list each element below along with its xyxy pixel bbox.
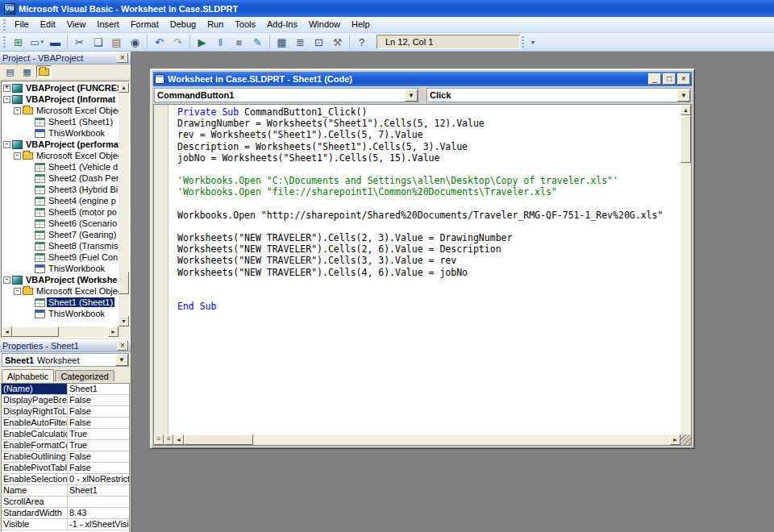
tree-item[interactable]: ThisWorkbook [2, 263, 119, 274]
tree-item-label[interactable]: ThisWorkbook [47, 309, 106, 318]
tree-item[interactable]: Sheet8 (Transmis [2, 240, 119, 251]
code-line[interactable] [177, 289, 680, 301]
property-name[interactable]: EnablePivotTable [2, 463, 68, 473]
code-editor[interactable]: Private Sub CommandButton1_Click()Drawin… [153, 104, 692, 446]
tree-item-label[interactable]: Sheet8 (Transmis [47, 241, 119, 251]
menu-insert[interactable]: Insert [91, 18, 125, 31]
collapse-icon[interactable]: - [14, 107, 21, 114]
tree-horizontal-scrollbar[interactable]: ◄ ► [2, 326, 119, 337]
property-name[interactable]: EnableCalculation [2, 429, 68, 439]
property-row[interactable]: EnableSelection0 - xlNoRestricti [2, 474, 129, 485]
tree-vscroll-thumb[interactable] [119, 272, 129, 294]
code-scroll-right-icon[interactable]: ► [670, 434, 680, 445]
code-line[interactable]: Worksheets("NEW TRAVELER").Cells(2, 6).V… [177, 243, 680, 255]
property-value[interactable]: -1 - xlSheetVisib [68, 519, 129, 530]
code-scroll-up-icon[interactable]: ▲ [680, 105, 691, 115]
project-explorer-button[interactable]: ▦ [273, 34, 291, 51]
tree-item[interactable]: Sheet1 (Vehicle d [2, 161, 119, 172]
tree-item[interactable]: Sheet5 (motor po [2, 206, 119, 218]
code-line[interactable] [177, 278, 680, 289]
tree-item[interactable]: -VBAProject (performa [2, 139, 119, 150]
property-row[interactable]: (Name)Sheet1 [2, 384, 129, 395]
object-dropdown[interactable]: CommandButton1 ▼ [154, 88, 418, 102]
split-handle-icon-2[interactable]: ≡ [164, 434, 173, 445]
code-hscroll-track[interactable] [253, 434, 670, 445]
property-row[interactable]: NameSheet1 [2, 485, 129, 497]
menu-tools[interactable]: Tools [229, 18, 261, 31]
tree-item-label[interactable]: Sheet2 (Dash Per [47, 173, 119, 183]
property-name[interactable]: StandardWidth [2, 508, 68, 518]
property-value[interactable]: Sheet1 [68, 384, 129, 394]
tree-item-label[interactable]: VBAProject (FUNCRES [24, 83, 119, 93]
toolbar-grip-2[interactable] [522, 36, 524, 48]
chevron-down-icon[interactable]: ▼ [115, 354, 128, 366]
scroll-down-icon[interactable]: ▼ [119, 316, 129, 326]
property-row[interactable]: EnableOutliningFalse [2, 451, 129, 463]
property-name[interactable]: (Name) [2, 384, 68, 394]
property-name[interactable]: Name [2, 485, 68, 496]
tree-item-label[interactable]: Microsoft Excel Objec [35, 286, 119, 296]
property-name[interactable]: EnableFormatCon [2, 440, 68, 451]
tree-item-label[interactable]: Sheet7 (Gearing) [47, 230, 118, 239]
resize-grip[interactable] [680, 434, 691, 445]
property-value[interactable]: False [68, 463, 129, 473]
property-row[interactable]: EnableFormatConTrue [2, 440, 129, 451]
collapse-icon[interactable]: - [3, 141, 10, 148]
tab-categorized[interactable]: Categorized [55, 370, 114, 381]
tree-item[interactable]: Sheet4 (engine p [2, 195, 119, 206]
tree-item-label[interactable]: Sheet3 (Hybrid Bi [47, 185, 119, 194]
find-button[interactable]: ◉ [126, 34, 144, 51]
property-name[interactable]: EnableAutoFilter [2, 418, 68, 428]
code-window-titlebar[interactable]: Worksheet in Case.SLDPRT - Sheet1 (Code)… [153, 72, 692, 86]
tree-item-label[interactable]: Sheet1 (Vehicle d [47, 162, 119, 172]
tree-item-label[interactable]: Sheet9 (Fuel Con [47, 252, 119, 262]
view-solidworks-button[interactable]: ⊞ [9, 34, 27, 51]
tree-item[interactable]: ThisWorkbook [2, 308, 119, 319]
property-row[interactable]: DisplayPageBreakFalse [2, 395, 129, 406]
collapse-icon[interactable]: - [3, 96, 10, 103]
property-value[interactable]: 0 - xlNoRestricti [68, 474, 129, 484]
tree-item[interactable]: Sheet1 (Sheet1) [2, 297, 119, 308]
property-value[interactable]: False [68, 451, 129, 462]
menu-view[interactable]: View [61, 18, 92, 31]
tab-alphabetic[interactable]: Alphabetic [2, 369, 54, 382]
code-line[interactable] [177, 198, 680, 210]
code-line[interactable]: Description = Worksheets("Sheet1").Cells… [177, 141, 680, 152]
toggle-folders-button[interactable] [36, 65, 52, 78]
scroll-right-icon[interactable]: ► [108, 326, 119, 337]
tree-item-label[interactable]: VBAProject (Informat [24, 94, 117, 104]
code-line[interactable]: Private Sub CommandButton1_Click() [177, 106, 680, 118]
tree-item-label[interactable]: ThisWorkbook [47, 128, 106, 138]
copy-button[interactable]: ❏ [89, 34, 107, 51]
tree-item-label[interactable]: VBAProject (performa [24, 139, 119, 149]
code-line[interactable]: DrawingNumber = Worksheets("Sheet1").Cel… [177, 118, 680, 129]
code-line[interactable] [177, 164, 680, 175]
tree-item[interactable]: -Microsoft Excel Objec [2, 105, 119, 116]
tree-item[interactable]: ThisWorkbook [2, 127, 119, 139]
code-text[interactable]: Private Sub CommandButton1_Click()Drawin… [169, 106, 680, 434]
code-vertical-scrollbar[interactable]: ▲ ▼ [680, 105, 691, 434]
save-button[interactable]: ▬ [46, 34, 64, 51]
tree-item[interactable]: -VBAProject (Informat [2, 94, 119, 105]
tree-item-label[interactable]: Sheet1 (Sheet1) [47, 117, 114, 127]
view-code-button[interactable]: ▤ [2, 65, 18, 78]
undo-button[interactable]: ↶ [150, 34, 169, 51]
tree-item-label[interactable]: Microsoft Excel Objec [35, 151, 119, 160]
help-button[interactable]: ? [352, 34, 371, 51]
tree-vertical-scrollbar[interactable]: ▲ ▼ [119, 82, 129, 326]
scroll-up-icon[interactable]: ▲ [119, 82, 129, 93]
cut-button[interactable]: ✂ [70, 34, 89, 51]
object-dropdown-arrow-icon[interactable]: ▼ [405, 89, 418, 102]
property-row[interactable]: Visible-1 - xlSheetVisib [2, 519, 129, 530]
tree-item[interactable]: -VBAProject (Workshe [2, 274, 119, 285]
project-panel-close-icon[interactable]: × [117, 52, 128, 63]
property-value[interactable]: False [68, 418, 129, 428]
tree-hscroll-track[interactable] [59, 326, 108, 337]
property-row[interactable]: EnablePivotTableFalse [2, 463, 129, 474]
properties-panel-close-icon[interactable]: × [117, 340, 128, 351]
code-horizontal-scrollbar[interactable]: ≡ ≡ ◄ ► [154, 434, 680, 445]
code-line[interactable]: 'Workbooks.Open "file://sharepoint1\Comm… [177, 186, 680, 197]
property-value[interactable] [68, 497, 129, 507]
procedure-dropdown[interactable]: Click ▼ [427, 88, 691, 102]
tree-item[interactable]: Sheet1 (Sheet1) [2, 116, 119, 127]
